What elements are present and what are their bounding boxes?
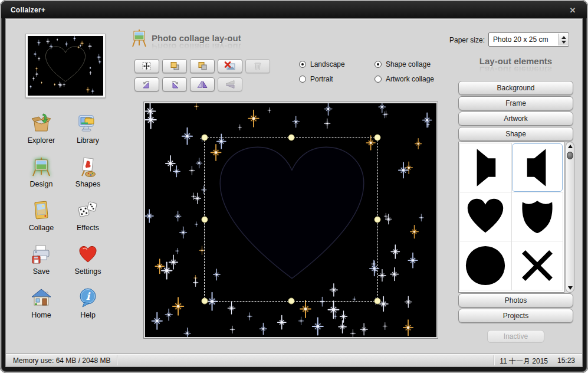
layout-elements-title: Lay-out elements Lay-out elements — [458, 56, 573, 75]
toolbar-row-2 — [134, 77, 242, 91]
orientation-radio-group: LandscapePortrait — [299, 60, 345, 90]
radio-circle-icon[interactable] — [375, 76, 382, 83]
spinner-up-icon[interactable] — [561, 36, 566, 39]
scroll-up-icon[interactable] — [568, 145, 573, 148]
selection-handle[interactable] — [288, 298, 294, 305]
photos-button[interactable]: Photos — [458, 293, 573, 307]
shape-button[interactable]: Shape — [458, 127, 573, 141]
status-separator — [494, 355, 495, 365]
trash-icon — [252, 61, 264, 71]
settings-icon — [77, 244, 98, 265]
radio-shape-collage[interactable]: Shape collage — [375, 60, 434, 68]
send-backward-icon — [196, 61, 208, 71]
paper-size-label: Paper size: — [449, 36, 485, 44]
shape-list-scrollbar[interactable] — [566, 142, 574, 293]
sidebar-item-library[interactable]: Library — [66, 111, 110, 155]
projects-button[interactable]: Projects — [458, 309, 573, 323]
sidebar-item-label: Help — [80, 311, 96, 319]
selection-handle[interactable] — [202, 135, 208, 141]
spinner-down-icon[interactable] — [561, 41, 566, 44]
sidebar-item-help[interactable]: iHelp — [66, 286, 110, 329]
scrollbar-thumb[interactable] — [567, 152, 573, 159]
transform-icon — [141, 61, 153, 71]
sidebar-item-label: Library — [77, 136, 99, 145]
easel-icon — [132, 29, 147, 48]
shape-option-shield[interactable] — [512, 192, 563, 241]
selection-rectangle[interactable] — [204, 137, 378, 302]
preview-thumbnail[interactable] — [25, 34, 106, 98]
heart-shape-icon — [464, 195, 507, 238]
status-bar: Memory use: 64 MB / 2048 MB 11 十一月 2015 … — [6, 354, 582, 367]
sidebar-item-explorer[interactable]: Explorer — [19, 111, 63, 155]
flip-vertical-button[interactable] — [218, 77, 242, 91]
selection-handle[interactable] — [375, 298, 381, 305]
shape-option-heart[interactable] — [460, 192, 511, 241]
delete-image-button[interactable] — [218, 59, 242, 73]
canvas-image-area[interactable] — [145, 103, 436, 337]
background-button[interactable]: Background — [458, 81, 573, 95]
sidebar-item-home[interactable]: Home — [19, 286, 63, 329]
inactive-button: Inactive — [487, 330, 544, 343]
flip-horizontal-icon — [196, 80, 208, 89]
paper-size-select[interactable]: Photo 20 x 25 cm — [488, 32, 569, 47]
radio-portrait[interactable]: Portrait — [299, 75, 345, 83]
sidebar-item-label: Explorer — [28, 136, 55, 145]
sidebar-item-collage[interactable]: Collage — [19, 198, 63, 242]
scroll-down-icon[interactable] — [568, 286, 573, 290]
shape-option-cross[interactable] — [512, 241, 563, 290]
radio-artwork-collage[interactable]: Artwork collage — [375, 75, 434, 83]
selection-handle[interactable] — [375, 216, 381, 223]
sidebar-item-design[interactable]: Design — [19, 155, 63, 198]
artwork-button[interactable]: Artwork — [458, 112, 573, 126]
radio-label: Portrait — [310, 75, 333, 83]
selection-handle[interactable] — [202, 216, 208, 223]
radio-landscape[interactable]: Landscape — [299, 60, 345, 68]
sidebar-item-label: Home — [31, 311, 51, 319]
shield-shape-icon — [516, 195, 559, 238]
bring-forward-button[interactable] — [162, 59, 187, 73]
title-bar[interactable]: Collaizer+ ✕ — [1, 1, 587, 18]
selection-handle[interactable] — [288, 135, 294, 141]
shapes-icon — [77, 156, 98, 178]
sidebar-item-label: Collage — [29, 224, 54, 232]
close-icon[interactable]: ✕ — [567, 5, 579, 17]
shape-option-circle[interactable] — [460, 241, 511, 290]
cross-shape-icon — [516, 244, 559, 287]
radio-circle-icon[interactable] — [299, 61, 306, 68]
thumbnail-starfield-image — [28, 36, 103, 96]
frame-button[interactable]: Frame — [458, 96, 573, 110]
rotate-left-button[interactable] — [134, 77, 159, 91]
sidebar-item-shapes[interactable]: Shapes — [66, 155, 110, 198]
radio-label: Landscape — [310, 60, 345, 68]
radio-circle-icon[interactable] — [375, 61, 382, 68]
send-backward-button[interactable] — [190, 59, 215, 73]
sidebar-item-label: Design — [30, 180, 53, 188]
transform-button[interactable] — [134, 59, 159, 73]
sidebar-item-settings[interactable]: Settings — [66, 242, 110, 286]
speaker-left-shape-icon — [516, 146, 559, 189]
rotate-right-button[interactable] — [162, 77, 187, 91]
status-time: 15:23 — [557, 356, 575, 365]
radio-label: Shape collage — [386, 60, 431, 68]
help-icon: i — [77, 287, 98, 309]
selection-handle[interactable] — [375, 135, 381, 141]
status-date: 11 十一月 2015 — [500, 356, 548, 367]
bring-forward-icon — [169, 61, 180, 71]
flip-horizontal-button[interactable] — [190, 77, 215, 91]
collage-canvas[interactable] — [143, 102, 438, 339]
flip-vertical-icon — [224, 80, 236, 89]
sidebar-item-save[interactable]: Save — [19, 242, 63, 286]
rotate-left-icon — [141, 80, 153, 89]
radio-circle-icon[interactable] — [299, 76, 306, 83]
toolbar-row-1 — [134, 59, 270, 73]
sidebar-item-effects[interactable]: Effects — [66, 198, 110, 242]
shape-option-speaker-right[interactable] — [460, 143, 511, 192]
trash-button[interactable] — [245, 59, 270, 73]
sidebar-item-label: Save — [33, 267, 50, 276]
page-title: Photo collage lay-out Photo collage lay-… — [152, 33, 241, 52]
selection-handle[interactable] — [202, 298, 208, 305]
paper-size-spinner[interactable] — [559, 34, 568, 45]
shape-option-speaker-left[interactable] — [512, 143, 563, 192]
delete-image-icon — [224, 61, 236, 71]
sidebar: ExplorerLibraryDesignShapesCollageEffect… — [19, 111, 110, 329]
